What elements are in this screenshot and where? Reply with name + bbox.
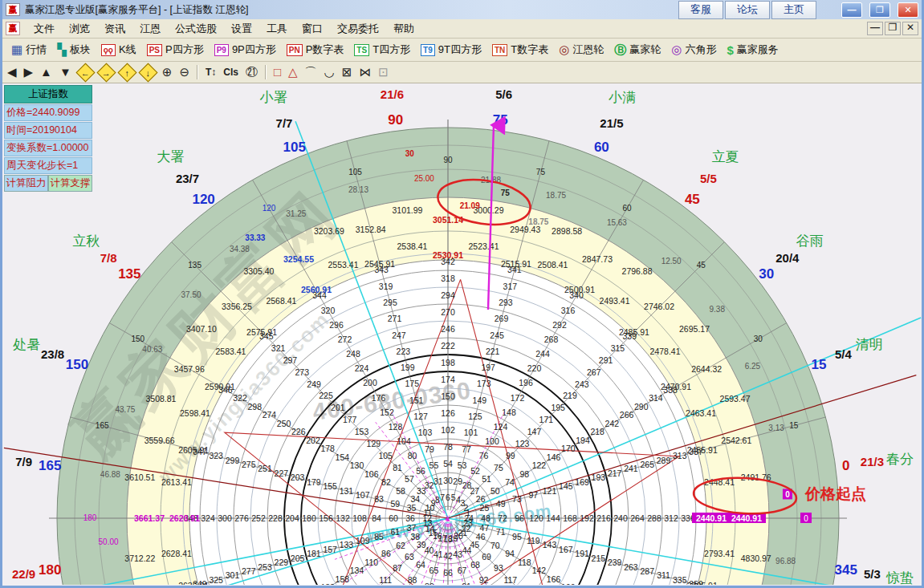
toolbar-gann-wheel-icon[interactable]: ◎江恩轮 [555,41,608,59]
svg-text:31: 31 [434,476,443,486]
svg-text:8: 8 [435,495,440,505]
arrow-left-icon[interactable]: ◀ [7,65,17,79]
cls-button[interactable]: Cls [223,65,238,79]
minimize-button[interactable]: — [841,2,862,18]
svg-text:201: 201 [331,403,345,412]
triangle-tool-icon[interactable]: △ [288,65,298,79]
svg-text:2593.47: 2593.47 [720,394,751,403]
svg-text:立夏: 立夏 [712,149,739,164]
svg-text:135: 135 [188,261,201,270]
svg-text:3661.37: 3661.37 [134,513,165,523]
screen-tool-icon[interactable]: ⊡ [378,65,389,79]
toolbar-ts-icon[interactable]: TST四方形 [350,41,414,59]
svg-text:239: 239 [608,558,622,567]
diamond-down-icon[interactable]: ↓ [138,63,157,82]
quick-button-2[interactable]: 主页 [771,1,816,19]
svg-text:199: 199 [401,363,415,372]
mdi-control-0[interactable]: — [867,22,883,35]
toolbar-quotes-grid-icon[interactable]: ▦行情 [7,41,51,59]
mdi-control-1[interactable]: ❐ [885,22,901,35]
svg-text:272: 272 [338,335,352,344]
quick-button-0[interactable]: 客服 [678,1,723,19]
menu-4[interactable]: 公式选股 [168,20,224,38]
svg-text:275: 275 [242,460,256,469]
svg-text:2545.91: 2545.91 [364,259,395,269]
svg-text:295: 295 [383,298,397,307]
tn-icon: TN [492,44,507,56]
menu-1[interactable]: 浏览 [62,20,97,38]
svg-text:2440.91: 2440.91 [696,513,727,523]
svg-text:157: 157 [323,545,337,554]
svg-text:2478.41: 2478.41 [650,347,681,356]
toolbar-p9-icon[interactable]: P99P四方形 [210,41,280,59]
arrow-right-icon[interactable]: ▶ [24,65,34,79]
menu-5[interactable]: 设置 [224,20,259,38]
svg-text:2695.17: 2695.17 [679,324,710,334]
calc-support-button[interactable]: 计算支撑 [48,175,92,192]
diamond-right-icon[interactable]: → [96,63,116,82]
maximize-button[interactable]: ❐ [869,2,890,18]
toolbar-service-icon[interactable]: $赢家服务 [723,41,782,59]
svg-text:15: 15 [789,421,799,430]
menu-0[interactable]: 文件 [26,20,62,38]
arrow-down-icon[interactable]: ▼ [59,65,71,79]
svg-text:298: 298 [247,402,262,412]
toolbar-ps-icon[interactable]: PSP四方形 [143,41,208,59]
zoom-in-icon[interactable]: ⊕ [162,65,173,79]
svg-text:245: 245 [490,330,504,340]
toolbar-pn-icon[interactable]: PNP数字表 [283,41,348,59]
arrow-up-icon[interactable]: ▲ [40,65,52,79]
svg-text:30: 30 [759,266,774,282]
diamond-left-icon[interactable]: ← [75,63,95,82]
menu-3[interactable]: 江恩 [132,20,168,38]
quick-button-1[interactable]: 论坛 [725,1,770,19]
svg-text:2793.41: 2793.41 [704,549,735,558]
toolbar-kline-icon[interactable]: ϙϙK线 [97,41,140,59]
zoom-out-icon[interactable]: ⊖ [179,65,189,79]
diamond-up-icon[interactable]: ↑ [117,63,136,82]
svg-text:268: 268 [544,335,559,344]
crosshair-tool-icon[interactable]: ⋈ [359,65,371,79]
arc-down-tool-icon[interactable]: ◡ [324,65,335,79]
svg-text:50.00: 50.00 [99,537,119,546]
menu-7[interactable]: 窗口 [295,20,330,38]
toolbar-tn-icon[interactable]: TNT数字表 [488,41,552,59]
calendar-icon[interactable]: ㉑ [246,65,258,79]
svg-text:95: 95 [512,532,522,541]
arc-up-tool-icon[interactable]: ⌒ [305,65,317,79]
gann-wheel-canvas[interactable]: 赢家财富网www.yingjia360.com400-680-0360www.y… [2,83,922,585]
svg-text:2613.41: 2613.41 [161,477,192,487]
svg-text:267: 267 [587,367,601,377]
svg-text:45: 45 [685,192,700,207]
svg-text:317: 317 [503,282,518,291]
svg-text:90: 90 [443,156,453,164]
time-axis-icon[interactable]: T↕ [206,65,216,79]
svg-text:2538.41: 2538.41 [397,241,428,251]
toolbar-sectors-icon[interactable]: ▚板块 [53,41,95,59]
menu-8[interactable]: 交易委托 [330,20,386,38]
svg-text:263: 263 [624,562,638,572]
svg-text:7: 7 [440,493,445,502]
calc-resistance-button[interactable]: 计算阻力 [4,175,48,192]
toolbar-hexagon-icon[interactable]: ◎六角形 [667,41,720,59]
menu-2[interactable]: 资讯 [97,20,132,38]
square-tool-icon[interactable]: □ [274,65,281,79]
svg-text:5/3: 5/3 [864,567,881,581]
svg-text:273: 273 [295,367,310,377]
toolbar-winner-wheel-icon[interactable]: Ⓑ赢家轮 [610,41,665,59]
svg-text:91: 91 [462,582,471,585]
svg-text:215: 215 [592,554,606,563]
close-button[interactable]: ✕ [898,2,918,18]
svg-text:108: 108 [352,513,367,523]
svg-text:335: 335 [673,575,687,585]
menu-6[interactable]: 工具 [259,20,295,38]
svg-text:25.00: 25.00 [414,174,434,183]
mdi-control-2[interactable]: ✕ [902,22,918,35]
svg-text:126: 126 [441,408,455,418]
menu-9[interactable]: 帮助 [386,20,421,38]
svg-text:150: 150 [131,335,145,343]
svg-text:196: 196 [519,378,533,387]
xbox-tool-icon[interactable]: ⊠ [342,65,352,79]
toolbar-t9-icon[interactable]: T99T四方形 [417,41,486,59]
drawing-toolbar: ◀▶▲▼←→↑↓⊕⊖T↕Cls㉑□△⌒◡⊠⋈⊡ [2,62,922,83]
